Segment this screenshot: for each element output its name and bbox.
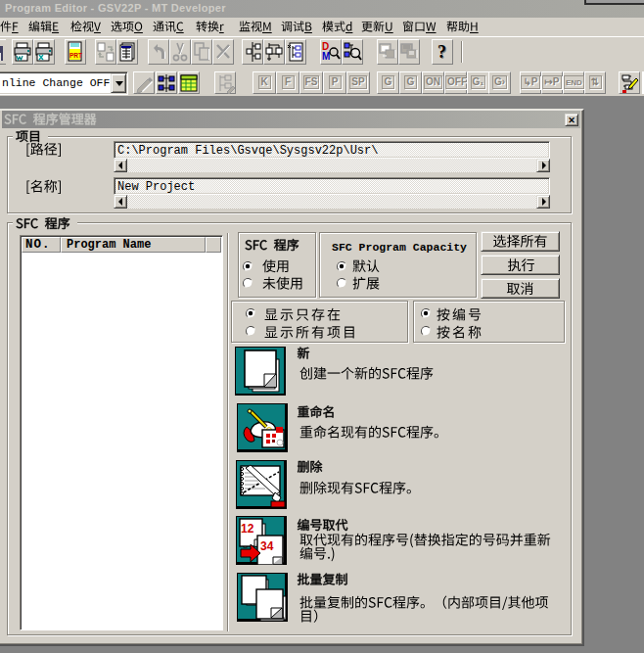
svg-text:12: 12 (241, 522, 254, 536)
svg-text:M: M (322, 51, 330, 62)
svg-text:?: ? (437, 42, 446, 62)
svg-text:PRT: PRT (69, 52, 82, 59)
svg-text:34: 34 (260, 539, 274, 553)
